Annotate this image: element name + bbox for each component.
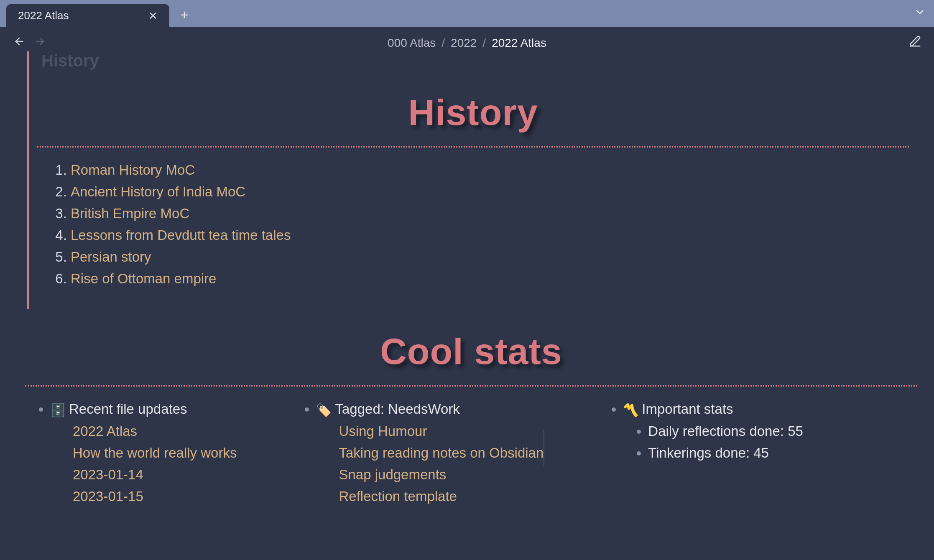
- note-link[interactable]: Taking reading notes on Obsidian: [339, 445, 544, 461]
- tagged-col: 🏷️Tagged: NeedsWork Using Humour Taking …: [304, 401, 544, 510]
- tab-active[interactable]: 2022 Atlas ✕: [6, 4, 169, 27]
- note-link[interactable]: British Empire MoC: [71, 206, 189, 221]
- stat-item: Tinkerings done: 45: [648, 445, 803, 461]
- history-heading: History: [29, 91, 917, 134]
- nav-forward-icon: [34, 36, 46, 50]
- list-item: Lessons from Devdutt tea time tales: [71, 227, 917, 243]
- tab-title: 2022 Atlas: [18, 9, 69, 22]
- breadcrumb-part[interactable]: 000 Atlas: [388, 36, 436, 50]
- note-link[interactable]: Roman History MoC: [71, 162, 195, 178]
- note-link[interactable]: Persian story: [71, 249, 151, 265]
- list-item: Using Humour: [339, 423, 544, 439]
- note-link[interactable]: Reflection template: [339, 489, 457, 504]
- col-head: 〽️Important stats: [623, 401, 733, 417]
- list-item: Roman History MoC: [71, 162, 917, 178]
- col-label: Recent file updates: [69, 401, 187, 417]
- file-cabinet-icon: 🗄️: [50, 403, 66, 417]
- breadcrumb-sep: /: [441, 36, 445, 50]
- breadcrumb-part[interactable]: 2022: [451, 36, 477, 50]
- list-item: 2022 Atlas: [73, 423, 237, 439]
- list-item: 2023-01-14: [73, 467, 237, 483]
- close-icon[interactable]: ✕: [148, 10, 158, 21]
- col-label: Important stats: [642, 401, 733, 417]
- note-link[interactable]: Using Humour: [339, 423, 427, 439]
- chart-icon: 〽️: [623, 403, 638, 417]
- coolstats-heading: Cool stats: [25, 330, 917, 373]
- note-link[interactable]: 2022 Atlas: [73, 423, 137, 439]
- list-item: British Empire MoC: [71, 206, 917, 221]
- history-list: Roman History MoC Ancient History of Ind…: [71, 162, 917, 287]
- list-item: Snap judgements: [339, 467, 544, 483]
- list-item: Rise of Ottoman empire: [71, 271, 917, 287]
- header-row: 000 Atlas / 2022 / 2022 Atlas: [0, 27, 934, 59]
- note-link[interactable]: 2023-01-15: [73, 489, 143, 504]
- list-item: How the world really works: [73, 445, 237, 461]
- note-link[interactable]: Ancient History of India MoC: [71, 184, 245, 199]
- list-item: Persian story: [71, 249, 917, 265]
- list-item: Reflection template: [339, 489, 544, 504]
- col-label: Tagged: NeedsWork: [335, 401, 459, 417]
- list-item: Ancient History of India MoC: [71, 184, 917, 200]
- tag-icon: 🏷️: [316, 403, 332, 417]
- col-head: 🗄️Recent file updates: [50, 401, 187, 417]
- breadcrumb-sep: /: [482, 36, 486, 50]
- divider: [37, 146, 909, 148]
- stat-item: Daily reflections done: 55: [648, 423, 803, 439]
- list-item: 2023-01-15: [73, 489, 237, 504]
- note-link[interactable]: Rise of Ottoman empire: [71, 271, 216, 286]
- col-head: 🏷️Tagged: NeedsWork: [316, 401, 459, 417]
- nav-back-icon[interactable]: [13, 36, 25, 50]
- breadcrumb: 000 Atlas / 2022 / 2022 Atlas: [388, 36, 546, 50]
- divider: [25, 385, 917, 387]
- note-link[interactable]: Snap judgements: [339, 467, 446, 482]
- history-block: History History Roman History MoC Ancien…: [27, 51, 917, 309]
- edit-icon[interactable]: [909, 35, 921, 51]
- stats-columns: 🗄️Recent file updates 2022 Atlas How the…: [38, 401, 917, 510]
- recent-updates-col: 🗄️Recent file updates 2022 Atlas How the…: [38, 401, 237, 510]
- note-content: History History Roman History MoC Ancien…: [0, 51, 934, 510]
- list-item: Taking reading notes on Obsidian: [339, 445, 544, 461]
- note-link[interactable]: How the world really works: [73, 445, 237, 461]
- new-tab-button[interactable]: +: [180, 7, 189, 23]
- note-link[interactable]: 2023-01-14: [73, 467, 143, 482]
- important-stats-col: 〽️Important stats Daily reflections done…: [610, 401, 803, 510]
- note-link[interactable]: Lessons from Devdutt tea time tales: [71, 227, 291, 243]
- chevron-down-icon[interactable]: [914, 6, 926, 21]
- tab-bar: 2022 Atlas ✕ +: [0, 0, 934, 27]
- breadcrumb-current: 2022 Atlas: [492, 36, 546, 50]
